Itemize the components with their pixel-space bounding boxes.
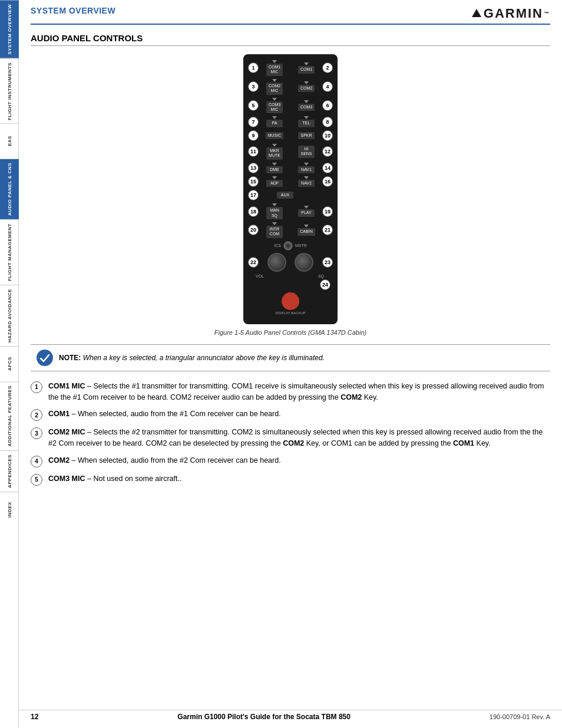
desc-text-3: COM2 MIC – Selects the #2 transmitter fo… — [48, 427, 550, 449]
indicator-com2mic — [272, 79, 277, 82]
desc-bold-com2: COM2 — [340, 393, 362, 401]
device-row-5: 9 MUSIC SPKR 10 — [248, 130, 333, 141]
sidebar-tab-index[interactable]: INDEX — [0, 492, 19, 527]
desc-text-2: COM1 – When selected, audio from the #1 … — [48, 409, 550, 420]
sidebar-tab-appendices[interactable]: APPENDICES — [0, 450, 19, 492]
btn-group-nav2: NAV2 — [292, 176, 321, 187]
sidebar-tab-flight-management[interactable]: FLIGHT MANAGEMENT — [0, 219, 19, 285]
indicator-com2 — [304, 81, 309, 84]
device-row-8: 15 ADF NAV2 16 — [248, 176, 333, 187]
main-content: SYSTEM OVERVIEW GARMIN ™ AUDIO PANEL CON… — [19, 0, 562, 503]
btn-adf: ADF — [266, 180, 283, 187]
display-backup-label: DISPLAY BACKUP — [248, 311, 333, 315]
indicator-mkrmute — [272, 144, 277, 147]
btn-spkr: SPKR — [298, 132, 315, 139]
footer-document-title: Garmin G1000 Pilot's Guide for the Socat… — [177, 713, 351, 721]
btn-num-14: 14 — [322, 163, 333, 173]
device-row-11: 20 INTRCOM CABIN 21 — [248, 222, 333, 238]
sidebar-tab-additional-features[interactable]: ADDITIONAL FEATURES — [0, 381, 19, 450]
indicator-pa — [272, 116, 277, 119]
btn-group-cabin: CABIN — [292, 225, 321, 235]
desc-text-1: COM1 MIC – Selects the #1 transmitter fo… — [48, 381, 550, 403]
desc-bold-3: COM2 MIC — [48, 428, 85, 436]
display-backup-button[interactable] — [282, 292, 299, 310]
svg-point-1 — [286, 244, 290, 248]
sidebar-tab-hazard-avoidance[interactable]: HAZARD AVOIDANCE — [0, 285, 19, 346]
sidebar: SYSTEM OVERVIEW FLIGHT INSTRUMENTS EAS A… — [0, 0, 19, 728]
note-label: NOTE: — [59, 354, 81, 362]
indicator-play — [304, 206, 309, 209]
btn-group-aux: AUX — [266, 192, 305, 199]
indicator-cabin — [304, 225, 309, 228]
btn-group-spkr: SPKR — [292, 132, 321, 139]
btn-num-22: 22 — [248, 257, 259, 268]
btn-group-adf: ADF — [260, 176, 289, 187]
list-item: 2 COM1 – When selected, audio from the #… — [31, 409, 550, 421]
description-list: 1 COM1 MIC – Selects the #1 transmitter … — [31, 381, 550, 486]
btn-mansq: MANSQ — [266, 207, 283, 219]
device-row-2: 3 COM2MIC COM2 4 — [248, 79, 333, 95]
vol-sq-labels: VOL SQ — [248, 274, 333, 278]
figure-caption: Figure 1-5 Audio Panel Controls (GMA 134… — [31, 329, 550, 336]
knob-row: 22 23 — [248, 253, 333, 272]
btn-group-mkrmute: MKRMUTE — [260, 144, 289, 160]
desc-num-2: 2 — [31, 409, 42, 421]
btn-num-6: 6 — [322, 100, 333, 111]
btn-group-music: MUSIC — [260, 132, 289, 139]
audio-panel-device: 1 COM1MIC COM1 2 3 COM2MIC — [243, 54, 338, 324]
page-header: SYSTEM OVERVIEW GARMIN ™ — [31, 6, 550, 25]
indicator-com1mic — [272, 60, 277, 63]
desc-num-3: 3 — [31, 427, 42, 439]
btn-num-16: 16 — [322, 176, 333, 187]
desc-bold-2: COM1 — [48, 410, 70, 418]
sidebar-tab-afcs[interactable]: AFCS — [0, 346, 19, 381]
device-row-7: 13 DME NAV1 14 — [248, 163, 333, 173]
btn-num-7: 7 — [248, 117, 259, 127]
btn-com3mic: COM3MIC — [266, 101, 283, 114]
btn-mkrmute: MKRMUTE — [266, 147, 283, 160]
list-item: 5 COM3 MIC – Not used on some aircraft.. — [31, 473, 550, 486]
desc-bold-4: COM2 — [48, 456, 70, 465]
btn-com2mic: COM2MIC — [266, 83, 283, 95]
btn-dme: DME — [266, 166, 283, 173]
sidebar-tab-system-overview[interactable]: SYSTEM OVERVIEW — [0, 0, 19, 58]
indicator-mansq — [272, 203, 277, 206]
desc-num-4: 4 — [31, 456, 42, 467]
btn-play: PLAY — [298, 209, 315, 216]
sq-knob[interactable] — [295, 253, 313, 272]
section-title: AUDIO PANEL CONTROLS — [31, 33, 550, 46]
desc-bold-com2b: COM2 — [283, 439, 304, 447]
desc-bold-com1b: COM1 — [453, 439, 474, 447]
vol-knob[interactable] — [267, 253, 286, 272]
btn-group-intrcom: INTRCOM — [260, 222, 289, 238]
indicator-adf — [272, 176, 277, 179]
btn-nav2: NAV2 — [298, 180, 315, 187]
btn-num-24: 24 — [320, 279, 330, 290]
note-icon — [37, 350, 53, 366]
btn-num-1: 1 — [248, 62, 259, 73]
sidebar-tab-eas[interactable]: EAS — [0, 123, 19, 159]
garmin-triangle-icon — [472, 9, 481, 17]
btn-intrcom: INTRCOM — [266, 226, 283, 238]
btn-group-dme: DME — [260, 163, 289, 173]
btn-tel: TEL — [298, 120, 315, 127]
note-box: NOTE: When a key is selected, a triangul… — [31, 344, 550, 371]
ics-label: ICS — [274, 243, 281, 248]
note-body: When a key is selected, a triangular ann… — [83, 354, 325, 362]
btn-aux: AUX — [277, 192, 293, 199]
indicator-com1 — [304, 62, 309, 65]
device-diagram: 1 COM1MIC COM1 2 3 COM2MIC — [31, 54, 550, 324]
btn-com3: COM3 — [298, 104, 315, 111]
btn-num-9: 9 — [248, 130, 259, 141]
device-row-6: 11 MKRMUTE HISENS 12 — [248, 144, 333, 160]
desc-bold-1: COM1 MIC — [48, 382, 85, 390]
btn-group-com1mic: COM1MIC — [260, 60, 289, 76]
indicator-com3 — [304, 100, 309, 103]
device-row-10: 18 MANSQ PLAY 19 — [248, 203, 333, 219]
sidebar-tab-flight-instruments[interactable]: FLIGHT INSTRUMENTS — [0, 58, 19, 124]
btn-num-13: 13 — [248, 163, 259, 173]
page-footer: 12 Garmin G1000 Pilot's Guide for the So… — [19, 710, 562, 721]
sidebar-tab-audio-panel[interactable]: AUDIO PANEL & CNS — [0, 159, 19, 219]
sq-label: SQ — [309, 274, 333, 278]
page-title: SYSTEM OVERVIEW — [31, 6, 115, 15]
